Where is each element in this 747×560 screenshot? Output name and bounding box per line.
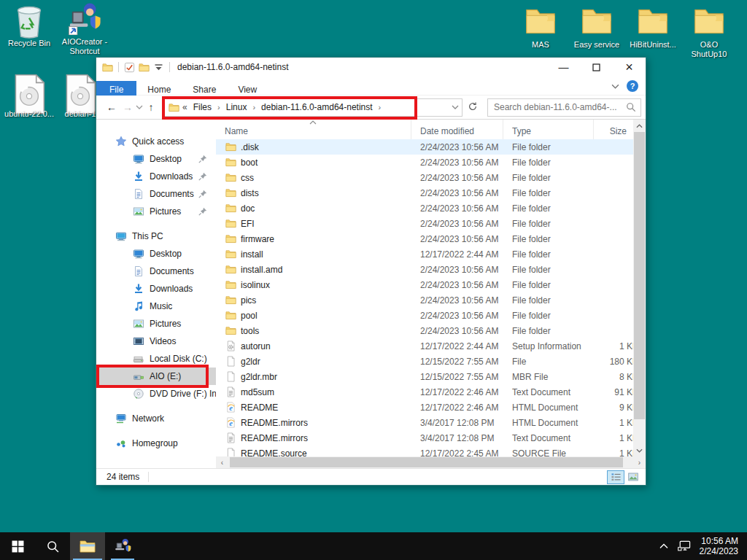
sidebar-item-downloads[interactable]: Downloads: [96, 168, 216, 185]
network-tray-icon[interactable]: [677, 540, 691, 552]
text-icon: [225, 386, 236, 397]
file-row-install[interactable]: install12/17/2022 2:44 AMFile folder: [216, 246, 646, 262]
folder-icon: [225, 141, 236, 152]
file-row-readme-mirrors[interactable]: eREADME.mirrors3/4/2017 12:08 PMHTML Doc…: [216, 415, 646, 430]
desktop-icon-aiocreator-shortcut[interactable]: AIOCreator - Shortcut: [57, 1, 112, 56]
file-name-cell: pool: [216, 310, 411, 321]
file-row-css[interactable]: css2/24/2023 10:56 AMFile folder: [216, 170, 646, 185]
help-icon[interactable]: ?: [627, 80, 638, 92]
refresh-button[interactable]: [464, 101, 481, 114]
scroll-right-icon: ›: [633, 459, 646, 467]
sidebar-item-desktop[interactable]: Desktop: [96, 150, 216, 168]
details-view-button[interactable]: [607, 470, 624, 484]
column-header-type[interactable]: Type: [503, 120, 594, 139]
hscroll-thumb[interactable]: [230, 457, 623, 467]
sidebar-item-downloads[interactable]: Downloads: [96, 280, 216, 298]
sidebar-item-pictures[interactable]: Pictures: [96, 315, 216, 332]
file-row-install-amd[interactable]: install.amd2/24/2023 10:56 AMFile folder: [216, 262, 646, 277]
close-button[interactable]: ×: [613, 58, 646, 77]
file-name-label: pool: [241, 311, 258, 321]
taskbar-file-explorer-button[interactable]: [70, 532, 105, 560]
desktop-icon-ubuntu-22-0[interactable]: ubuntu-22.0...: [1, 74, 57, 119]
explorer-window-icon: [102, 62, 113, 73]
file-row-g2ldr-mbr[interactable]: g2ldr.mbr12/15/2022 7:55 AMMBR File8 KB: [216, 369, 646, 384]
file-row-pics[interactable]: pics2/24/2023 10:56 AMFile folder: [216, 292, 646, 308]
file-list-pane: NameDate modifiedTypeSize .disk2/24/2023…: [216, 120, 646, 468]
taskbar-search-button[interactable]: [35, 532, 70, 560]
file-row-efi[interactable]: EFI2/24/2023 10:56 AMFile folder: [216, 216, 646, 231]
vertical-scrollbar[interactable]: [633, 120, 646, 456]
item-count: 24 items: [107, 472, 139, 482]
sidebar-item-local-disk-c[interactable]: Local Disk (C:): [96, 350, 216, 368]
sidebar-item-label: Quick access: [132, 136, 184, 147]
file-row-g2ldr[interactable]: g2ldr12/15/2022 7:55 AMFile180 KB: [216, 354, 646, 369]
file-type-cell: File folder: [503, 326, 594, 336]
sidebar-item-music[interactable]: Music: [96, 298, 216, 315]
file-row-tools[interactable]: tools2/24/2023 10:56 AMFile folder: [216, 323, 646, 338]
file-name-label: g2ldr: [241, 357, 260, 367]
address-dropdown-icon[interactable]: [452, 105, 459, 109]
sidebar-item-desktop[interactable]: Desktop: [96, 245, 216, 262]
desktop-icon: [133, 248, 144, 260]
desktop-icon-label: HiBitUninst...: [625, 40, 681, 50]
breadcrumb-item-files[interactable]: Files: [190, 102, 214, 112]
sidebar-item-this-pc[interactable]: This PC: [96, 228, 216, 245]
recent-locations-icon[interactable]: [136, 105, 143, 109]
file-row-disk[interactable]: .disk2/24/2023 10:56 AMFile folder: [216, 139, 646, 155]
thumbnail-view-button[interactable]: [624, 470, 642, 484]
file-row-doc[interactable]: doc2/24/2023 10:56 AMFile folder: [216, 201, 646, 216]
desktop-icon-recycle-bin[interactable]: Recycle Bin: [1, 3, 57, 48]
file-date-cell: 12/17/2022 2:45 AM: [411, 448, 503, 457]
file-row-firmware[interactable]: firmware2/24/2023 10:56 AMFile folder: [216, 231, 646, 246]
file-name-cell: g2ldr.mbr: [216, 371, 411, 382]
expand-ribbon-icon[interactable]: [611, 84, 619, 89]
taskbar-clock[interactable]: 10:56 AM 2/24/2023: [700, 536, 740, 556]
file-type-cell: File folder: [503, 219, 594, 229]
sidebar-item-aio-e[interactable]: AIO (E:): [96, 368, 216, 385]
desktop-icon-o-o-shutup10[interactable]: O&O ShutUp10: [681, 4, 737, 59]
search-input[interactable]: Search debian-11.6.0-amd64-...: [487, 98, 641, 117]
minimize-button[interactable]: —: [547, 58, 580, 77]
sidebar-item-documents[interactable]: Documents: [96, 185, 216, 203]
start-button[interactable]: [0, 532, 35, 560]
file-row-isolinux[interactable]: isolinux2/24/2023 10:56 AMFile folder: [216, 277, 646, 292]
sidebar-item-dvd-drive-f-instal[interactable]: DVD Drive (F:) Instal: [96, 385, 216, 402]
up-button[interactable]: ↑: [143, 101, 159, 113]
forward-button[interactable]: →: [120, 101, 136, 113]
refresh-icon: [468, 101, 478, 112]
folder-icon: [225, 218, 236, 229]
desktop-icon-hibituninst[interactable]: HiBitUninst...: [625, 4, 681, 50]
column-header-date-modified[interactable]: Date modified: [411, 120, 503, 139]
file-row-autorun[interactable]: autorun12/17/2022 2:44 AMSetup Informati…: [216, 338, 646, 354]
file-row-dists[interactable]: dists2/24/2023 10:56 AMFile folder: [216, 185, 646, 201]
breadcrumb-item-linux[interactable]: Linux: [223, 102, 250, 112]
sidebar-item-pictures[interactable]: Pictures: [96, 203, 216, 220]
breadcrumb-item-debian-11-6-0-amd64-netinst[interactable]: debian-11.6.0-amd64-netinst: [258, 102, 376, 112]
horizontal-scrollbar[interactable]: ‹ ›: [216, 456, 646, 468]
vscroll-thumb[interactable]: [634, 132, 645, 419]
sidebar-item-documents[interactable]: Documents: [96, 262, 216, 280]
sidebar-item-videos[interactable]: Videos: [96, 332, 216, 350]
file-row-readme-source[interactable]: README.source12/17/2022 2:45 AMSOURCE Fi…: [216, 446, 646, 456]
sidebar-item-network[interactable]: Network: [96, 410, 216, 427]
file-row-boot[interactable]: boot2/24/2023 10:56 AMFile folder: [216, 155, 646, 170]
back-button[interactable]: ←: [104, 101, 120, 113]
address-bar[interactable]: «Files›Linux›debian-11.6.0-amd64-netinst…: [163, 98, 462, 117]
file-row-readme[interactable]: eREADME12/17/2022 2:46 AMHTML Document9 …: [216, 400, 646, 415]
maximize-button[interactable]: [580, 58, 613, 77]
file-row-pool[interactable]: pool2/24/2023 10:56 AMFile folder: [216, 308, 646, 323]
sidebar-item-homegroup[interactable]: Homegroup: [96, 435, 216, 452]
sidebar-item-quick-access[interactable]: Quick access: [96, 133, 216, 150]
quick-access-toolbar: [96, 62, 171, 73]
file-row-readme-mirrors[interactable]: README.mirrors3/4/2017 12:08 PMText Docu…: [216, 430, 646, 446]
file-name-cell: README.mirrors: [216, 432, 411, 443]
desktop-icon-label: ubuntu-22.0...: [1, 109, 57, 119]
file-name-cell: md5sum: [216, 386, 411, 397]
desktop-icon-easy-service[interactable]: Easy service: [569, 4, 624, 50]
column-headers: NameDate modifiedTypeSize: [216, 120, 646, 139]
tray-expand-icon[interactable]: [659, 543, 668, 549]
desktop-icon-mas[interactable]: MAS: [513, 4, 568, 50]
taskbar-aiocreator-button[interactable]: [105, 532, 140, 560]
file-row-md5sum[interactable]: md5sum12/17/2022 2:46 AMText Document91 …: [216, 384, 646, 400]
desktop-icon-label: O&O ShutUp10: [681, 40, 737, 59]
